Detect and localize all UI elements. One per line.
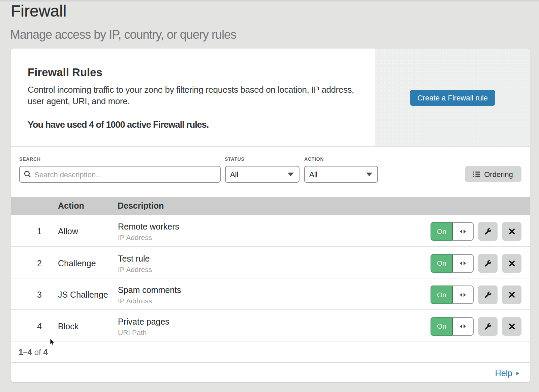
toggle-arrows-handle[interactable] (452, 285, 474, 304)
ordering-button-label: Ordering (484, 170, 513, 179)
chevron-down-icon (366, 173, 372, 176)
action-select-value: All (309, 170, 317, 179)
search-label: SEARCH (19, 157, 41, 161)
table-header: Action Description (11, 197, 530, 215)
rule-match-type: URI Path (118, 329, 431, 337)
edit-rule-button[interactable] (478, 254, 498, 273)
wrench-icon (484, 291, 492, 298)
card-top-description: Firewall Rules Control incoming traffic … (11, 49, 375, 146)
status-select[interactable]: All (225, 166, 299, 183)
pagination: 1–4 of 4 (11, 341, 530, 362)
rule-controls: On (431, 254, 521, 273)
pagination-of: of (34, 348, 41, 357)
pagination-range: 1–4 (19, 348, 32, 357)
action-select[interactable]: All (304, 166, 378, 183)
search-placeholder: Search description... (34, 171, 102, 179)
x-icon (509, 292, 515, 298)
x-icon (509, 228, 515, 235)
rule-enabled-toggle[interactable]: On (431, 222, 474, 241)
rule-priority: 3 (11, 290, 42, 300)
top-edge-shadow (0, 0, 539, 2)
delete-rule-button[interactable] (502, 254, 521, 273)
rule-description-cell: Remote workers IP Address (118, 222, 431, 242)
rule-action: Block (58, 322, 111, 331)
rule-priority: 1 (11, 227, 42, 236)
create-firewall-rule-button[interactable]: Create a Firewall rule (410, 90, 495, 106)
page-subtitle: Manage access by IP, country, or query r… (10, 29, 236, 41)
rule-enabled-toggle[interactable]: On (431, 317, 474, 336)
delete-rule-button[interactable] (502, 285, 521, 304)
toggle-arrows-handle[interactable] (452, 317, 474, 336)
toggle-arrows-handle[interactable] (452, 254, 474, 273)
delete-rule-button[interactable] (502, 222, 521, 241)
rules-list: 1 Allow Remote workers IP Address On (11, 215, 530, 341)
rules-description-line2: user agent, URI, and more. (28, 96, 130, 106)
left-right-arrows-icon (459, 324, 466, 329)
column-header-description: Description (118, 201, 164, 211)
search-input[interactable]: Search description... (19, 166, 221, 183)
card-footer: Help (11, 362, 530, 382)
pagination-count: 1–4 of 4 (19, 348, 48, 357)
rule-match-type: IP Address (118, 266, 431, 274)
ordered-list-icon (473, 172, 480, 177)
x-icon (509, 323, 515, 330)
left-right-arrows-icon (459, 229, 466, 234)
edit-rule-button[interactable] (478, 285, 498, 304)
rule-action: Allow (58, 227, 111, 236)
status-select-value: All (230, 170, 238, 179)
table-row: 1 Allow Remote workers IP Address On (11, 215, 530, 246)
toggle-on-label: On (431, 317, 452, 336)
table-row: 3 JS Challenge Spam comments IP Address … (11, 278, 530, 309)
rules-description-line1: Control incoming traffic to your zone by… (28, 85, 354, 95)
action-label: ACTION (304, 157, 324, 161)
toggle-on-label: On (431, 222, 452, 241)
edit-rule-button[interactable] (478, 222, 498, 241)
rule-match-type: IP Address (118, 297, 431, 305)
rule-description: Spam comments (118, 285, 431, 295)
rule-description: Remote workers (118, 222, 431, 232)
help-arrow-icon (516, 372, 519, 375)
help-link-label: Help (495, 368, 512, 378)
left-right-arrows-icon (459, 261, 466, 266)
rule-controls: On (431, 285, 521, 304)
x-icon (509, 260, 515, 267)
rule-action: JS Challenge (58, 290, 111, 300)
rule-controls: On (431, 222, 521, 241)
filter-bar: SEARCH Search description... STATUS All … (11, 147, 530, 197)
left-right-arrows-icon (459, 293, 466, 297)
rules-description: Control incoming traffic to your zone by… (28, 84, 354, 107)
rule-controls: On (431, 317, 521, 336)
edit-rule-button[interactable] (478, 317, 498, 336)
rule-description: Private pages (118, 317, 431, 327)
rule-match-type: IP Address (118, 234, 431, 242)
firewall-rules-card: Firewall Rules Control incoming traffic … (11, 49, 530, 382)
chevron-down-icon (288, 173, 294, 176)
ordering-button[interactable]: Ordering (465, 166, 521, 182)
toggle-arrows-handle[interactable] (452, 222, 474, 241)
wrench-icon (484, 260, 492, 267)
rule-action: Challenge (58, 259, 111, 268)
rule-description-cell: Test rule IP Address (118, 254, 431, 274)
pagination-total: 4 (43, 348, 47, 357)
rule-description-cell: Spam comments IP Address (118, 285, 431, 305)
card-top-action-panel: Create a Firewall rule (375, 49, 530, 146)
toggle-on-label: On (431, 254, 452, 273)
column-header-action: Action (58, 201, 84, 211)
mouse-cursor (50, 338, 56, 347)
status-label: STATUS (225, 157, 245, 161)
card-top-section: Firewall Rules Control incoming traffic … (11, 49, 530, 147)
rule-enabled-toggle[interactable]: On (431, 254, 474, 273)
rules-usage: You have used 4 of 1000 active Firewall … (28, 120, 209, 130)
rule-priority: 2 (11, 259, 42, 268)
search-icon (23, 170, 32, 179)
table-row: 2 Challenge Test rule IP Address On (11, 246, 530, 278)
rule-enabled-toggle[interactable]: On (431, 285, 474, 304)
help-link[interactable]: Help (495, 368, 519, 378)
toggle-on-label: On (431, 285, 452, 304)
delete-rule-button[interactable] (502, 317, 521, 336)
wrench-icon (484, 323, 492, 330)
rule-priority: 4 (11, 322, 42, 331)
rule-description-cell: Private pages URI Path (118, 317, 431, 337)
rule-description: Test rule (118, 254, 431, 264)
page-title: Firewall (11, 3, 66, 19)
